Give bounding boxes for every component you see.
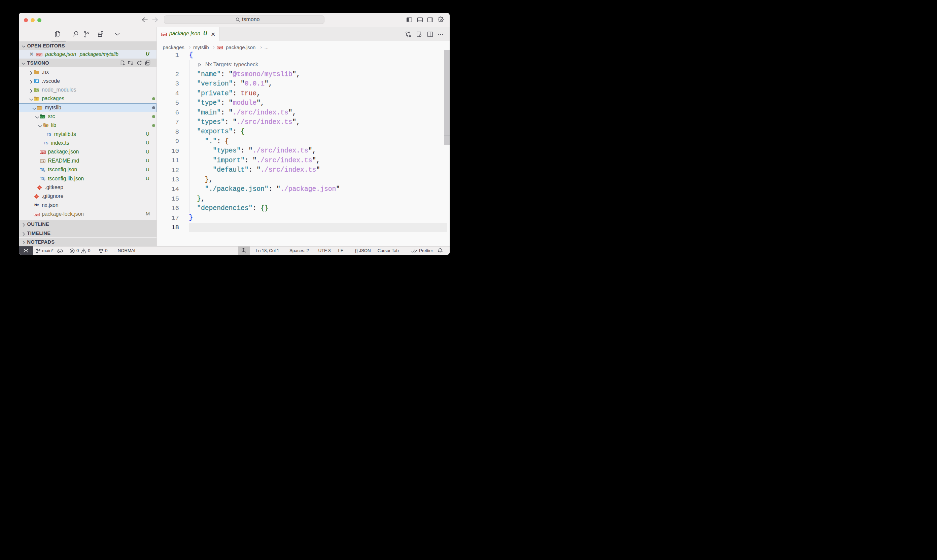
- svg-text:TS: TS: [43, 141, 48, 145]
- svg-text:js: js: [37, 89, 39, 91]
- svg-text:Nx: Nx: [34, 203, 39, 207]
- svg-text:TS: TS: [46, 132, 51, 136]
